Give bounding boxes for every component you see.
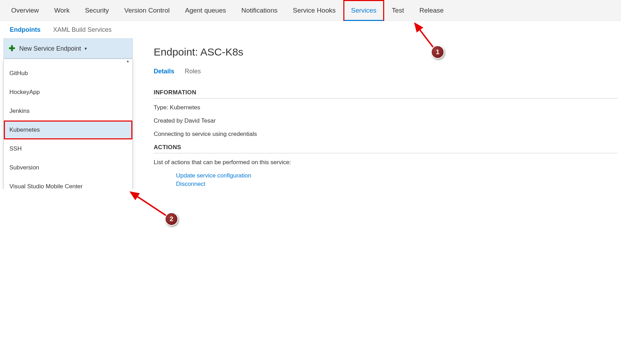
nav-test[interactable]: Test [384,0,412,21]
dropdown-item-ssh[interactable]: SSH [4,139,132,158]
info-connecting: Connecting to service using credentials [154,131,618,138]
section-information: INFORMATION [154,89,618,99]
nav-version-control[interactable]: Version Control [117,0,177,21]
dropdown-item-kubernetes[interactable]: Kubernetes [4,121,132,139]
nav-services[interactable]: Services [343,0,384,21]
endpoint-type-dropdown: ▲ Docker Registry External Git Generic G… [3,59,133,189]
endpoint-title: Endpoint: ASC-K8s [154,46,618,58]
content: ✚ New Service Endpoint ▼ ▲ Docker Regist… [0,38,621,189]
caret-down-icon: ▼ [84,46,88,51]
sidebar: ✚ New Service Endpoint ▼ ▲ Docker Regist… [3,38,137,189]
dropdown-item-jenkins[interactable]: Jenkins [4,102,132,121]
plus-icon: ✚ [9,44,15,53]
dropdown-item-github[interactable]: GitHub [4,64,132,83]
sub-nav: Endpoints XAML Build Services [0,21,621,38]
actions-intro: List of actions that can be performed on… [154,159,618,166]
info-type: Type: Kubernetes [154,104,618,111]
subnav-endpoints[interactable]: Endpoints [3,26,47,34]
nav-service-hooks[interactable]: Service Hooks [285,0,343,21]
new-service-endpoint-button[interactable]: ✚ New Service Endpoint ▼ [3,38,133,59]
nav-agent-queues[interactable]: Agent queues [177,0,234,21]
title-name: ASC-K8s [200,46,243,58]
main-panel: Endpoint: ASC-K8s Details Roles INFORMAT… [137,38,618,189]
subnav-xaml[interactable]: XAML Build Services [47,26,118,34]
title-prefix: Endpoint: [154,46,200,58]
tab-details[interactable]: Details [154,68,174,75]
action-disconnect[interactable]: Disconnect [176,181,618,188]
tab-roles[interactable]: Roles [185,68,201,75]
nav-notifications[interactable]: Notifications [234,0,285,21]
nav-release[interactable]: Release [412,0,452,21]
info-created-by: Created by David Tesar [154,117,618,124]
top-nav: Overview Work Security Version Control A… [0,0,621,21]
dropdown-scroll[interactable]: Docker Registry External Git Generic Git… [4,63,132,189]
dropdown-item-vsmc[interactable]: Visual Studio Mobile Center [4,177,132,189]
nav-security[interactable]: Security [77,0,117,21]
detail-tabs: Details Roles [154,68,618,75]
section-actions: ACTIONS [154,144,618,153]
nav-overview[interactable]: Overview [3,0,46,21]
dropdown-item-hockeyapp[interactable]: HockeyApp [4,83,132,102]
action-update-config[interactable]: Update service configuration [176,172,618,179]
new-endpoint-label: New Service Endpoint [19,45,81,52]
nav-work[interactable]: Work [46,0,77,21]
scroll-up-icon[interactable]: ▲ [4,59,132,63]
annotation-badge-1: 1 [431,45,444,59]
dropdown-item-subversion[interactable]: Subversion [4,158,132,177]
